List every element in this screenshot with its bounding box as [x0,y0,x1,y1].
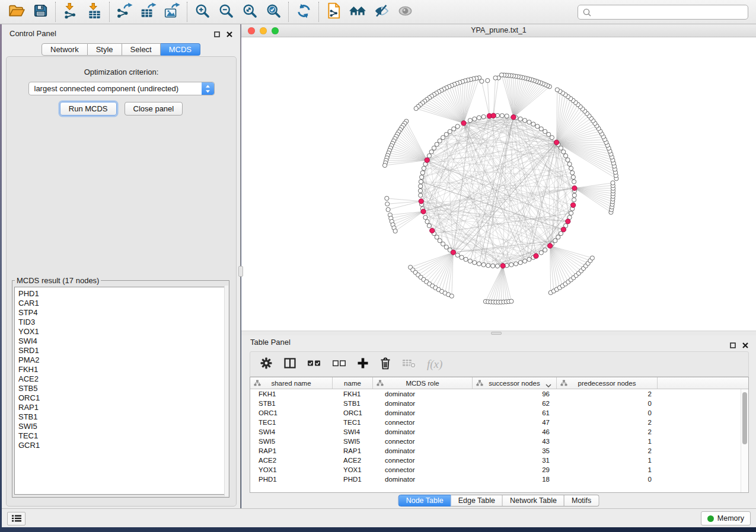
tab-network-table[interactable]: Network Table [503,495,564,507]
network-leaf-node[interactable] [480,79,484,84]
mcds-result-item[interactable]: TID3 [18,318,227,327]
network-node[interactable] [418,188,422,193]
table-row[interactable]: ACE2ACE2connector311 [250,456,748,465]
table-settings-button[interactable] [260,357,273,372]
network-leaf-node[interactable] [555,88,559,92]
table-scrollbar-thumb[interactable] [742,392,747,444]
export-table-button[interactable] [136,1,160,23]
network-node[interactable] [420,171,425,175]
network-node[interactable] [567,162,572,166]
network-hub-node[interactable] [430,228,435,233]
network-leaf-node[interactable] [509,299,513,303]
select-all-button[interactable] [307,359,321,370]
network-node[interactable] [523,259,527,263]
column-header-mcds-role[interactable]: MCDS role [373,377,473,389]
network-canvas[interactable] [241,37,756,331]
show-columns-button[interactable] [283,357,296,372]
network-node[interactable] [481,115,486,119]
network-node[interactable] [572,193,576,197]
network-leaf-node[interactable] [414,107,418,111]
network-hub-node[interactable] [561,227,566,232]
table-scrollbar[interactable] [741,389,748,492]
network-node[interactable] [564,153,568,158]
mcds-result-item[interactable]: SWI4 [18,336,227,346]
mcds-list-scrollbar[interactable] [224,286,228,496]
mcds-result-item[interactable]: STP4 [18,308,227,318]
network-node[interactable] [500,114,504,118]
zoom-out-button[interactable] [214,1,238,23]
network-hub-node[interactable] [554,140,559,145]
network-node[interactable] [523,118,527,123]
network-node[interactable] [460,255,464,259]
network-node[interactable] [543,248,547,252]
mcds-result-item[interactable]: CAR1 [18,299,227,308]
float-panel-button[interactable] [214,29,220,40]
mcds-result-item[interactable]: YOX1 [18,327,227,336]
network-node[interactable] [562,150,566,154]
network-node[interactable] [422,166,426,171]
network-hub-node[interactable] [425,158,429,162]
table-row[interactable]: ORC1ORC1dominator610 [250,408,748,418]
network-hub-node[interactable] [421,209,426,214]
column-header-name[interactable]: name [333,377,373,389]
network-node[interactable] [531,122,535,126]
open-file-button[interactable] [5,1,28,23]
network-node[interactable] [473,261,477,265]
network-leaf-node[interactable] [382,164,387,168]
network-node[interactable] [448,129,452,133]
network-node[interactable] [569,211,573,215]
network-leaf-node[interactable] [449,294,454,298]
tab-select[interactable]: Select [122,43,161,56]
network-node[interactable] [444,132,448,136]
network-node[interactable] [569,166,573,171]
network-node[interactable] [518,117,522,121]
network-hub-node[interactable] [511,115,516,120]
network-node[interactable] [505,114,509,118]
network-node[interactable] [553,239,557,243]
network-node[interactable] [477,262,481,266]
network-leaf-node[interactable] [385,202,390,206]
refresh-button[interactable] [292,1,315,23]
network-node[interactable] [491,264,495,268]
table-row[interactable]: TEC1TEC1connector472 [250,418,748,427]
table-row[interactable]: FKH1FKH1dominator962 [250,389,748,399]
network-node[interactable] [435,142,439,146]
export-image-button[interactable] [160,1,184,23]
mcds-result-item[interactable]: SRD1 [18,346,227,355]
network-node[interactable] [435,235,439,239]
float-panel-button[interactable] [730,340,736,351]
network-node[interactable] [566,158,570,162]
network-leaf-node[interactable] [486,78,490,82]
network-node[interactable] [571,175,575,180]
tab-mcds[interactable]: MCDS [161,43,200,56]
mcds-result-item[interactable]: SWI5 [18,422,227,431]
search-field[interactable] [578,5,748,20]
network-node[interactable] [572,180,576,184]
network-node[interactable] [438,239,442,243]
share-document-button[interactable] [322,1,346,23]
save-session-button[interactable] [28,1,52,23]
mcds-result-item[interactable]: FKH1 [18,365,227,374]
network-node[interactable] [486,264,490,268]
network-leaf-node[interactable] [393,229,397,233]
network-hub-node[interactable] [570,203,575,207]
network-node[interactable] [477,116,481,120]
network-node[interactable] [427,153,431,158]
network-node[interactable] [468,118,472,123]
network-node[interactable] [427,223,431,227]
export-network-button[interactable] [113,1,136,23]
network-hub-node[interactable] [491,113,496,118]
tab-network[interactable]: Network [42,43,88,56]
home-button[interactable] [346,1,369,23]
mcds-result-item[interactable]: ACE2 [18,374,227,384]
network-hub-node[interactable] [566,219,570,224]
column-header-predecessor-nodes[interactable]: predecessor nodes [557,377,658,389]
network-hub-node[interactable] [548,243,553,248]
network-hub-node[interactable] [500,264,505,268]
column-header-successor-nodes[interactable]: successor nodes [473,377,557,389]
show-panels-menu-button[interactable] [7,512,25,525]
network-hub-node[interactable] [419,199,423,204]
network-node[interactable] [495,264,499,268]
mcds-result-item[interactable]: PMA2 [18,355,227,365]
network-node[interactable] [570,171,575,175]
